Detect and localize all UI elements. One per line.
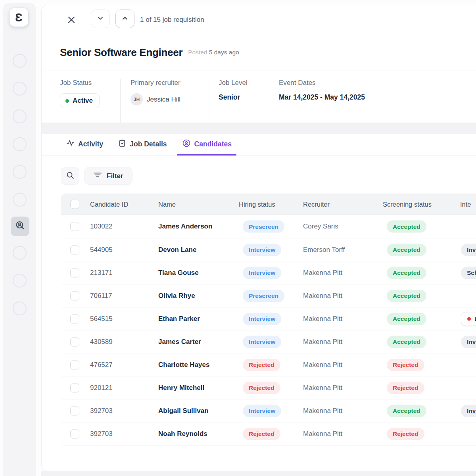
person-search-icon xyxy=(15,220,25,232)
recruiter-cell: Makenna Pitt xyxy=(303,430,342,438)
job-title-row: Senior Software Engineer Posted 5 days a… xyxy=(42,34,476,71)
table-row[interactable]: 430589 James Carter Interview Makenna Pi… xyxy=(61,330,476,353)
section-divider-band xyxy=(42,123,476,134)
event-dates-label: Event Dates xyxy=(279,79,365,87)
panel-topbar: 1 of 15 job requisition xyxy=(42,5,476,34)
job-status-label: Job Status xyxy=(60,79,120,87)
row-checkbox[interactable] xyxy=(70,383,79,392)
page-title: Senior Software Engineer xyxy=(60,46,182,59)
live-dot-icon xyxy=(467,317,471,321)
recruiter-cell: Emerson Torff xyxy=(303,246,345,254)
interview-status-badge: Invi xyxy=(461,244,476,256)
column-header-screening-status: Screening status xyxy=(383,201,432,208)
previous-requisition-button[interactable] xyxy=(115,10,134,28)
screening-status-badge: Accepted xyxy=(387,221,426,233)
row-checkbox[interactable] xyxy=(70,291,79,300)
candidate-id-cell: 544905 xyxy=(90,246,113,254)
sidebar-placeholder-circle[interactable] xyxy=(13,274,27,288)
posted-label: Posted xyxy=(188,49,207,56)
filter-button-label: Filter xyxy=(107,172,123,180)
table-row[interactable]: 392703 Noah Reynolds Rejected Makenna Pi… xyxy=(61,422,476,445)
row-checkbox[interactable] xyxy=(70,406,79,415)
row-checkbox[interactable] xyxy=(70,245,79,254)
tab-job-details-label: Job Details xyxy=(130,140,167,148)
recruiter-cell: Makenna Pitt xyxy=(303,384,342,392)
next-requisition-button[interactable] xyxy=(91,10,110,28)
sidebar-placeholder-circle[interactable] xyxy=(13,165,27,179)
table-row[interactable]: 706117 Olivia Rhye Prescreen Makenna Pit… xyxy=(61,284,476,307)
job-requisition-panel: 1 of 15 job requisition Senior Software … xyxy=(41,5,476,471)
candidates-table: Candidate ID Name Hiring status Recruite… xyxy=(61,194,476,445)
sidebar-placeholder-circle[interactable] xyxy=(13,301,27,315)
clipboard-icon xyxy=(118,139,126,149)
candidate-id-cell: 392703 xyxy=(90,407,113,415)
filter-button[interactable]: Filter xyxy=(84,167,132,185)
sidebar-placeholder-circle[interactable] xyxy=(13,82,27,96)
screening-status-badge: Rejected xyxy=(387,359,424,371)
table-row[interactable]: 544905 Devon Lane Interview Emerson Torf… xyxy=(61,238,476,261)
select-all-checkbox[interactable] xyxy=(70,200,79,209)
tab-job-details[interactable]: Job Details xyxy=(113,134,171,155)
table-row[interactable]: 103022 James Anderson Prescreen Corey Sa… xyxy=(61,215,476,238)
sidebar-placeholder-circle[interactable] xyxy=(13,109,27,123)
requisition-counter: 1 of 15 job requisition xyxy=(140,5,204,34)
hiring-status-badge: Rejected xyxy=(243,359,280,371)
sidebar xyxy=(3,3,36,476)
screening-status-badge: Accepted xyxy=(387,336,426,348)
candidate-name-cell: Charlotte Hayes xyxy=(158,361,209,369)
row-checkbox[interactable] xyxy=(70,429,79,438)
detail-tabs: Activity Job Details Candidates xyxy=(42,134,476,156)
tab-activity[interactable]: Activity xyxy=(61,134,108,155)
interview-status-badge: Sch xyxy=(461,267,476,279)
table-row[interactable]: 920121 Henry Mitchell Rejected Makenna P… xyxy=(61,376,476,399)
tab-candidates[interactable]: Candidates xyxy=(177,134,236,155)
search-icon xyxy=(66,171,75,181)
job-status-value: Active xyxy=(73,97,93,105)
table-row[interactable]: 564515 Ethan Parker Interview Makenna Pi… xyxy=(61,307,476,330)
recruiter-cell: Makenna Pitt xyxy=(303,292,342,300)
sidebar-placeholder-circle[interactable] xyxy=(13,54,27,68)
sidebar-item-candidates[interactable] xyxy=(11,217,29,236)
row-checkbox[interactable] xyxy=(70,360,79,369)
sidebar-placeholder-circle[interactable] xyxy=(13,246,27,260)
candidate-name-cell: Noah Reynolds xyxy=(158,430,207,438)
status-badge: Active xyxy=(60,93,100,108)
candidate-id-cell: 392703 xyxy=(90,430,113,438)
activity-icon xyxy=(66,139,75,149)
column-header-hiring-status: Hiring status xyxy=(239,201,275,208)
job-level-label: Job Level xyxy=(219,79,269,87)
row-checkbox[interactable] xyxy=(70,268,79,277)
candidate-name-cell: Devon Lane xyxy=(158,246,196,254)
recruiter-cell: Makenna Pitt xyxy=(303,338,342,346)
table-row[interactable]: 213171 Tiana Gouse Interview Makenna Pit… xyxy=(61,261,476,284)
hiring-status-badge: Interview xyxy=(243,336,281,348)
active-dot-icon xyxy=(65,99,69,103)
close-icon[interactable] xyxy=(65,14,77,26)
app-logo[interactable]: Ɛ xyxy=(10,8,28,27)
column-header-candidate-id: Candidate ID xyxy=(90,201,128,208)
meta-job-level: Job Level Senior xyxy=(209,79,269,123)
row-checkbox[interactable] xyxy=(70,222,79,231)
sidebar-placeholder-circle[interactable] xyxy=(13,193,27,207)
column-header-recruiter: Recruiter xyxy=(303,201,330,208)
table-body: 103022 James Anderson Prescreen Corey Sa… xyxy=(61,215,476,445)
table-row[interactable]: 392703 Abigail Sullivan Interview Makenn… xyxy=(61,399,476,422)
avatar: JH xyxy=(131,93,143,106)
candidate-id-cell: 706117 xyxy=(90,292,112,300)
event-dates-value: Mar 14,2025 - May 14,2025 xyxy=(279,93,365,102)
hiring-status-badge: Prescreen xyxy=(243,290,284,302)
search-button[interactable] xyxy=(61,167,79,185)
hiring-status-badge: Rejected xyxy=(243,382,280,394)
row-checkbox[interactable] xyxy=(70,314,79,323)
candidate-id-cell: 920121 xyxy=(90,384,113,392)
hiring-status-badge: Interview xyxy=(243,267,281,279)
candidate-name-cell: Olivia Rhye xyxy=(158,292,195,300)
candidate-name-cell: Henry Mitchell xyxy=(158,384,204,392)
table-row[interactable]: 476527 Charlotte Hayes Rejected Makenna … xyxy=(61,353,476,376)
meta-job-status: Job Status Active xyxy=(60,79,120,123)
candidate-id-cell: 564515 xyxy=(90,315,113,323)
chevron-down-icon xyxy=(97,15,104,23)
sidebar-placeholder-circle[interactable] xyxy=(13,137,27,151)
row-checkbox[interactable] xyxy=(70,337,79,346)
recruiter-cell: Makenna Pitt xyxy=(303,407,342,415)
